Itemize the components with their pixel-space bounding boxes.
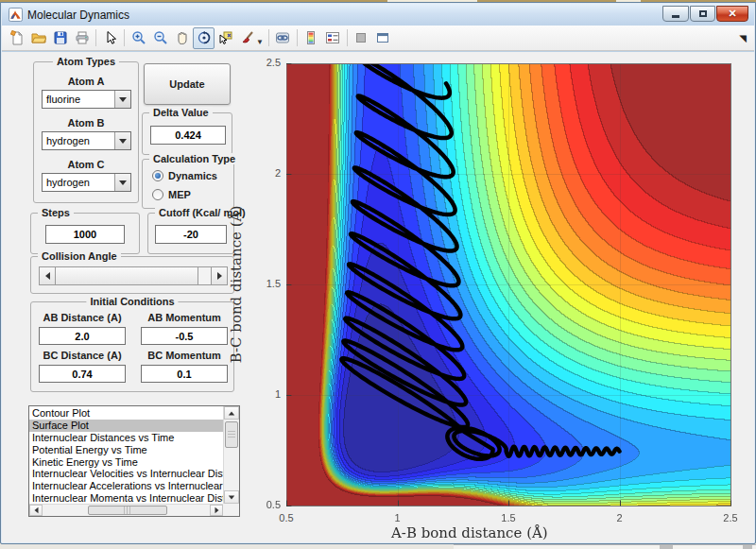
scroll-up-button[interactable] (224, 406, 239, 420)
radio-icon (152, 189, 163, 200)
cutoff-field[interactable] (155, 225, 227, 244)
zoom-in-icon[interactable] (128, 27, 149, 49)
bc-distance-field[interactable] (39, 365, 126, 383)
collision-angle-slider[interactable] (39, 266, 228, 285)
desktop-background-bottom (0, 544, 756, 549)
screen: Molecular Dynamics ✕ (0, 0, 756, 549)
overlay-window-icon[interactable] (372, 27, 394, 49)
zoom-out-icon[interactable] (149, 27, 171, 49)
atom-a-label: Atom A (34, 76, 138, 87)
radio-icon (152, 170, 163, 181)
arrow-left-icon (45, 272, 50, 280)
brush-dropdown-caret[interactable]: ▼ (256, 38, 264, 46)
steps-group: Steps (30, 213, 140, 254)
y-tick-label: 2.5 (256, 57, 281, 68)
figure-toolbar: ▼ ◥ (2, 26, 754, 51)
calculation-type-title: Calculation Type (149, 153, 239, 164)
collision-angle-title: Collision Angle (38, 250, 121, 262)
chevron-down-icon (119, 180, 127, 185)
maximize-icon (699, 10, 707, 17)
slider-thumb[interactable] (56, 267, 198, 284)
pan-hand-icon[interactable] (171, 27, 193, 49)
initial-conditions-title: Initial Conditions (86, 296, 178, 307)
atom-a-select[interactable]: fluorine (42, 90, 131, 109)
insert-legend-icon[interactable] (322, 27, 344, 49)
app-window: Molecular Dynamics ✕ (0, 2, 756, 544)
vertical-scrollbar[interactable] (223, 406, 239, 504)
collision-angle-group: Collision Angle (30, 256, 234, 294)
slider-left-arrow[interactable] (40, 267, 56, 284)
steps-field[interactable] (45, 225, 125, 244)
dynamics-radio[interactable]: Dynamics (152, 170, 217, 181)
list-item[interactable]: Surface Plot (29, 420, 223, 432)
maximize-button[interactable] (690, 6, 715, 22)
title-bar[interactable]: Molecular Dynamics ✕ (2, 4, 754, 26)
plot-type-list: Contour PlotSurface PlotInternuclear Dis… (29, 407, 223, 504)
atom-b-select[interactable]: hydrogen (42, 131, 131, 150)
minimize-button[interactable] (662, 6, 689, 22)
arrow-down-icon (229, 495, 234, 499)
slider-right-arrow[interactable] (211, 267, 227, 284)
scroll-left-button[interactable] (29, 505, 43, 516)
dock-figure-icon[interactable] (351, 27, 372, 49)
delta-value-field[interactable] (150, 126, 226, 145)
data-cursor-icon[interactable] (215, 27, 236, 49)
plot-type-listbox[interactable]: Contour PlotSurface PlotInternuclear Dis… (28, 405, 240, 517)
update-button[interactable]: Update (144, 63, 231, 105)
list-item[interactable]: Potential Energy vs Time (29, 444, 223, 456)
cutoff-group: Cutoff (Kcal/ mol) (147, 213, 234, 254)
x-tick-label: 1.5 (497, 512, 520, 523)
mep-radio[interactable]: MEP (152, 189, 191, 200)
figure-content: Atom Types Atom A fluorine Atom B hydrog… (2, 52, 754, 542)
toolbar-separator (347, 29, 348, 46)
arrow-right-icon (217, 272, 222, 280)
arrow-cursor-icon[interactable] (99, 27, 121, 49)
x-tick-label: 0.5 (275, 512, 298, 523)
window-title: Molecular Dynamics (27, 9, 129, 22)
list-item[interactable]: Contour Plot (29, 407, 223, 420)
list-item[interactable]: Internuclear Velocities vs Internuclear … (29, 468, 223, 480)
ab-momentum-field[interactable] (141, 327, 228, 345)
scrollbar-corner (223, 504, 239, 516)
contour-plot-canvas[interactable] (286, 63, 731, 506)
initial-conditions-group: Initial Conditions AB Distance (A) AB Mo… (30, 301, 234, 392)
brush-icon[interactable] (236, 27, 258, 49)
vertical-scroll-thumb[interactable] (225, 421, 238, 448)
x-tick-label: 2 (609, 512, 631, 523)
atom-b-dropdown-button[interactable] (114, 132, 130, 149)
bc-momentum-label: BC Momentum (137, 350, 232, 361)
new-file-icon[interactable] (6, 27, 27, 49)
print-icon[interactable] (71, 27, 93, 49)
open-folder-icon[interactable] (27, 27, 49, 49)
insert-colorbar-icon[interactable] (301, 27, 322, 49)
list-item[interactable]: Kinetic Energy vs Time (29, 456, 223, 469)
arrow-left-icon (34, 507, 38, 513)
list-item[interactable]: Internuclear Momenta vs Internuclear Dis… (29, 492, 223, 504)
ab-distance-field[interactable] (39, 327, 126, 345)
y-tick-label: 2 (256, 167, 281, 179)
arrow-up-icon (229, 411, 234, 415)
close-button[interactable]: ✕ (716, 6, 748, 22)
ab-distance-label: AB Distance (A) (35, 312, 129, 323)
chevron-down-icon (119, 97, 127, 102)
list-item[interactable]: Internuclear Distances vs Time (29, 432, 223, 444)
bc-momentum-field[interactable] (141, 365, 228, 383)
x-tick-label: 1 (387, 512, 409, 523)
horizontal-scrollbar[interactable] (29, 504, 223, 516)
bc-distance-label: BC Distance (A) (35, 350, 129, 361)
save-icon[interactable] (49, 27, 71, 49)
atom-c-select[interactable]: hydrogen (42, 173, 131, 192)
atom-c-dropdown-button[interactable] (114, 174, 130, 191)
x-axis-label: A-B bond distance (Å) (391, 524, 548, 541)
horizontal-scroll-thumb[interactable] (88, 506, 167, 515)
atom-a-dropdown-button[interactable] (114, 91, 130, 108)
toolbar-overflow-icon[interactable]: ◥ (739, 33, 747, 43)
close-icon: ✕ (728, 9, 736, 19)
atom-types-title: Atom Types (53, 56, 119, 67)
rotate-3d-icon[interactable] (193, 27, 215, 49)
link-plots-icon[interactable] (272, 27, 294, 49)
scroll-right-button[interactable] (210, 505, 223, 516)
list-item[interactable]: Internuclear Accelerations vs Internucle… (29, 480, 223, 492)
contour-plot[interactable] (286, 63, 731, 506)
scroll-down-button[interactable] (224, 490, 239, 504)
